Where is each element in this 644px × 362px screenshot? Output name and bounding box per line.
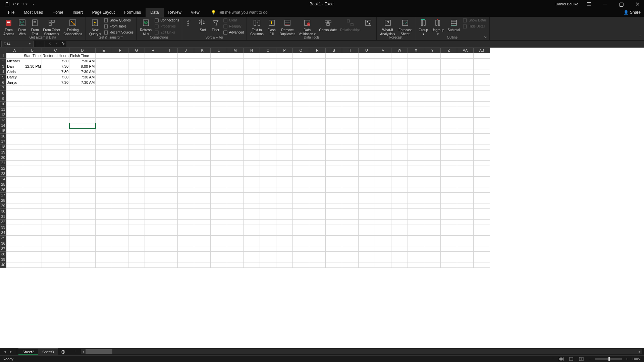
cell-Q27[interactable]: [293, 193, 309, 198]
ribbon-tab-home[interactable]: Home: [48, 8, 68, 17]
cell-N14[interactable]: [244, 123, 260, 128]
cell-P23[interactable]: [276, 171, 293, 177]
cell-M13[interactable]: [227, 118, 244, 123]
cell-A38[interactable]: [6, 252, 23, 257]
cell-T30[interactable]: [342, 209, 359, 214]
cell-Z2[interactable]: [441, 59, 457, 64]
cell-V30[interactable]: [375, 209, 391, 214]
cell-L10[interactable]: [211, 102, 227, 107]
cell-AB25[interactable]: [474, 182, 490, 187]
cell-R17[interactable]: [309, 139, 326, 144]
cell-H37[interactable]: [145, 246, 161, 252]
cell-Q5[interactable]: [293, 75, 309, 80]
cell-K3[interactable]: [194, 64, 211, 69]
cell-R7[interactable]: [309, 85, 326, 91]
cell-M24[interactable]: [227, 177, 244, 182]
cell-J14[interactable]: [178, 123, 194, 128]
cell-X31[interactable]: [408, 214, 424, 220]
cell-Y6[interactable]: [424, 80, 441, 85]
cell-W15[interactable]: [391, 128, 408, 134]
cell-B31[interactable]: [23, 214, 42, 220]
cell-U38[interactable]: [359, 252, 375, 257]
cell-R27[interactable]: [309, 193, 326, 198]
cell-N31[interactable]: [244, 214, 260, 220]
collapse-ribbon-button[interactable]: ⌃: [639, 35, 641, 39]
cell-L19[interactable]: [211, 150, 227, 155]
cell-Z7[interactable]: [441, 85, 457, 91]
cell-T16[interactable]: [342, 134, 359, 139]
cell-AB6[interactable]: [474, 80, 490, 85]
cell-M9[interactable]: [227, 96, 244, 102]
column-header-K[interactable]: K: [194, 48, 211, 53]
cell-U15[interactable]: [359, 128, 375, 134]
cell-C32[interactable]: [42, 220, 69, 225]
cell-X27[interactable]: [408, 193, 424, 198]
cell-B16[interactable]: [23, 134, 42, 139]
tab-scroll-handle[interactable]: ⋮: [73, 350, 77, 354]
cell-G15[interactable]: [128, 128, 145, 134]
cell-R23[interactable]: [309, 171, 326, 177]
cell-F32[interactable]: [112, 220, 128, 225]
cell-L4[interactable]: [211, 69, 227, 75]
cell-Z8[interactable]: [441, 91, 457, 96]
cell-O9[interactable]: [260, 96, 276, 102]
cell-A27[interactable]: [6, 193, 23, 198]
cell-D13[interactable]: [69, 118, 96, 123]
cell-AA28[interactable]: [457, 198, 474, 203]
cell-U16[interactable]: [359, 134, 375, 139]
cell-Y40[interactable]: [424, 262, 441, 268]
cell-J25[interactable]: [178, 182, 194, 187]
cell-Y25[interactable]: [424, 182, 441, 187]
cell-D31[interactable]: [69, 214, 96, 220]
cell-H13[interactable]: [145, 118, 161, 123]
cell-Z9[interactable]: [441, 96, 457, 102]
cell-C1[interactable]: Rostered Hours: [42, 53, 69, 59]
cell-X21[interactable]: [408, 161, 424, 166]
cell-V6[interactable]: [375, 80, 391, 85]
cell-AA7[interactable]: [457, 85, 474, 91]
cell-J20[interactable]: [178, 155, 194, 161]
cell-W6[interactable]: [391, 80, 408, 85]
cell-W26[interactable]: [391, 187, 408, 193]
cell-N1[interactable]: [244, 53, 260, 59]
cell-G28[interactable]: [128, 198, 145, 203]
cell-AA14[interactable]: [457, 123, 474, 128]
cell-S8[interactable]: [326, 91, 342, 96]
cell-T15[interactable]: [342, 128, 359, 134]
cell-N22[interactable]: [244, 166, 260, 171]
cell-G13[interactable]: [128, 118, 145, 123]
cell-AB13[interactable]: [474, 118, 490, 123]
cell-AA27[interactable]: [457, 193, 474, 198]
cell-G17[interactable]: [128, 139, 145, 144]
cell-N24[interactable]: [244, 177, 260, 182]
cell-D37[interactable]: [69, 246, 96, 252]
cell-R5[interactable]: [309, 75, 326, 80]
ribbon-tab-formulas[interactable]: Formulas: [119, 8, 146, 17]
cell-E38[interactable]: [96, 252, 112, 257]
cell-Z26[interactable]: [441, 187, 457, 193]
cell-W10[interactable]: [391, 102, 408, 107]
cell-K23[interactable]: [194, 171, 211, 177]
cell-Z38[interactable]: [441, 252, 457, 257]
cell-C10[interactable]: [42, 102, 69, 107]
cell-C33[interactable]: [42, 225, 69, 230]
row-header-8[interactable]: 8: [0, 91, 6, 96]
cell-D35[interactable]: [69, 236, 96, 241]
cell-R16[interactable]: [309, 134, 326, 139]
cell-H14[interactable]: [145, 123, 161, 128]
cell-F37[interactable]: [112, 246, 128, 252]
column-header-A[interactable]: A: [6, 48, 23, 53]
cell-C15[interactable]: [42, 128, 69, 134]
cell-Q20[interactable]: [293, 155, 309, 161]
cell-P4[interactable]: [276, 69, 293, 75]
cell-R34[interactable]: [309, 230, 326, 236]
cell-W12[interactable]: [391, 112, 408, 118]
cell-AB29[interactable]: [474, 203, 490, 209]
row-header-39[interactable]: 39: [0, 257, 6, 262]
cell-Y23[interactable]: [424, 171, 441, 177]
cell-Q7[interactable]: [293, 85, 309, 91]
cell-H21[interactable]: [145, 161, 161, 166]
cell-O17[interactable]: [260, 139, 276, 144]
cell-J26[interactable]: [178, 187, 194, 193]
cell-L17[interactable]: [211, 139, 227, 144]
